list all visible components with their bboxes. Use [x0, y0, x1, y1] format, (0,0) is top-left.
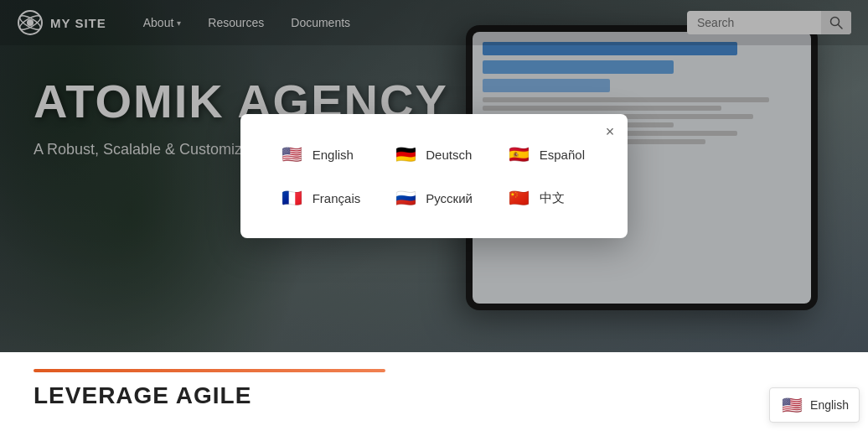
bottom-left: LEVERAGE AGILE	[34, 369, 834, 409]
language-grid: 🇺🇸English🇩🇪Deutsch🇪🇸Español🇫🇷Français🇷🇺Р…	[274, 139, 595, 213]
flag-espanol: 🇪🇸	[508, 143, 531, 166]
lang-item-espanol[interactable]: 🇪🇸Español	[501, 139, 595, 169]
modal-close-button[interactable]: ×	[606, 124, 615, 139]
lang-item-english[interactable]: 🇺🇸English	[274, 139, 368, 169]
lang-item-francais[interactable]: 🇫🇷Français	[274, 183, 368, 213]
flag-english: 🇺🇸	[281, 143, 304, 166]
bottom-accent	[34, 369, 385, 372]
lang-name-francais: Français	[313, 191, 361, 205]
footer-flag: 🇺🇸	[780, 393, 803, 417]
flag-francais: 🇫🇷	[281, 186, 304, 210]
bottom-title: LEVERAGE AGILE	[34, 382, 834, 409]
lang-item-russian[interactable]: 🇷🇺Русский	[387, 183, 481, 213]
bottom-section: LEVERAGE AGILE 🇺🇸 English	[0, 352, 868, 431]
modal-overlay[interactable]: × 🇺🇸English🇩🇪Deutsch🇪🇸Español🇫🇷Français🇷…	[0, 0, 868, 352]
lang-name-chinese: 中文	[540, 190, 565, 206]
lang-item-chinese[interactable]: 🇨🇳中文	[501, 183, 595, 213]
language-badge[interactable]: 🇺🇸 English	[769, 387, 860, 423]
lang-item-deutsch[interactable]: 🇩🇪Deutsch	[387, 139, 481, 169]
lang-name-english: English	[313, 148, 354, 162]
lang-name-deutsch: Deutsch	[426, 148, 472, 162]
flag-deutsch: 🇩🇪	[394, 143, 417, 166]
hero-section: MY SITE About ▾ Resources Documents	[0, 0, 868, 352]
flag-russian: 🇷🇺	[394, 186, 417, 210]
lang-name-russian: Русский	[426, 191, 473, 205]
language-modal: × 🇺🇸English🇩🇪Deutsch🇪🇸Español🇫🇷Français🇷…	[240, 114, 628, 238]
footer-lang-label: English	[810, 398, 849, 412]
lang-name-espanol: Español	[540, 148, 585, 162]
flag-chinese: 🇨🇳	[508, 186, 531, 210]
